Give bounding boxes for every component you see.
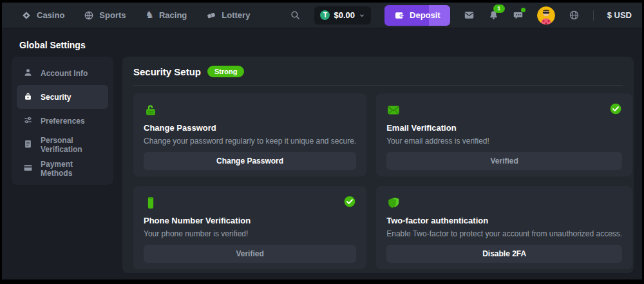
disable-2fa-button[interactable]: Disable 2FA [386,245,622,263]
notifications-bell-icon[interactable]: 1 [488,10,499,21]
balance-amount: $0.00 [334,10,355,20]
sidebar-item-payment-methods[interactable]: Payment Methods [17,156,108,180]
sidebar-item-account-info[interactable]: Account Info [17,61,108,85]
panel-header: Security Setup Strong [133,66,623,77]
nav-item-label: Casino [37,10,64,20]
card-title: Email Verification [386,123,622,133]
chevron-down-icon [359,12,365,19]
chat-unread-dot [521,8,526,12]
card-description: Enable Two-factor to protect your accoun… [386,229,622,238]
security-strength-badge: Strong [207,66,244,77]
notification-count-badge: 1 [493,5,505,13]
top-navigation-bar: Casino Sports ♞ Racing Lottery [2,3,642,28]
envelope-icon [386,103,622,117]
sidebar-item-security[interactable]: Security [17,85,108,109]
change-password-button[interactable]: Change Password [144,152,356,170]
nav-item-label: Sports [99,10,126,20]
shield-icon [386,196,622,210]
page-title: Global Settings [19,40,86,50]
wallet-balance-dropdown[interactable]: T $0.00 [314,6,371,24]
phone-icon [144,196,356,210]
sports-icon [84,10,94,21]
nav-item-casino[interactable]: Casino [21,10,64,21]
sidebar-item-label: Account Info [41,69,88,78]
verified-check-icon [609,102,622,115]
nav-item-sports[interactable]: Sports [84,10,126,21]
security-cards-grid: Change Password Change your password reg… [133,93,623,269]
topbar-right-cluster: T $0.00 Deposit 1 [290,5,632,26]
sidebar-item-personal-verification[interactable]: Personal Verification [17,133,108,156]
phone-verification-card: Phone Number Verification Your phone num… [133,186,366,269]
tether-coin-icon: T [320,10,330,20]
email-verified-status-button: Verified [386,152,622,170]
nav-item-label: Lottery [222,10,250,20]
casino-icon [21,10,32,21]
verified-check-icon [343,195,356,208]
card-title: Two-factor authentication [386,216,622,225]
globe-language-icon[interactable] [569,10,580,21]
lock-icon [23,91,33,103]
search-icon[interactable] [290,10,301,21]
sidebar-item-label: Personal Verification [41,136,102,154]
card-description: Your phone number is verified! [144,229,356,238]
card-description: Your email address is verified! [386,137,622,146]
change-password-card: Change Password Change your password reg… [133,93,366,176]
user-icon [23,68,33,79]
credit-card-icon [23,163,33,175]
security-setup-panel: Security Setup Strong Change Password Ch… [122,57,634,273]
user-avatar[interactable] [537,6,555,24]
phone-verified-status-button: Verified [144,245,356,263]
wallet-icon [394,10,404,21]
chat-icon[interactable] [513,10,524,21]
currency-selector[interactable]: $ USD [607,10,632,20]
nav-item-racing[interactable]: ♞ Racing [146,10,187,20]
settings-sidebar: Account Info Security Preferences Person… [12,57,113,185]
sidebar-item-label: Payment Methods [41,160,102,178]
deposit-label: Deposit [410,10,440,20]
mail-icon[interactable] [464,10,475,21]
nav-item-lottery[interactable]: Lottery [206,10,250,21]
deposit-button[interactable]: Deposit [384,5,450,26]
card-description: Change your password regularly to keep i… [144,137,356,146]
email-verification-card: Email Verification Your email address is… [376,93,632,176]
sidebar-item-label: Preferences [41,117,85,126]
header-divider [133,85,623,86]
nav-item-label: Racing [159,10,187,20]
two-factor-card: Two-factor authentication Enable Two-fac… [376,186,632,269]
app-window: Casino Sports ♞ Racing Lottery [2,3,642,279]
racing-icon: ♞ [146,10,154,20]
sliders-icon [23,115,33,127]
panel-title: Security Setup [133,66,201,77]
id-document-icon [23,139,33,151]
sidebar-item-preferences[interactable]: Preferences [17,109,108,133]
topbar-divider [593,10,594,21]
padlock-icon [144,103,356,117]
primary-nav: Casino Sports ♞ Racing Lottery [21,10,250,21]
card-title: Phone Number Verification [144,216,356,225]
lottery-icon [206,10,216,21]
sidebar-item-label: Security [41,93,71,102]
card-title: Change Password [144,123,356,133]
